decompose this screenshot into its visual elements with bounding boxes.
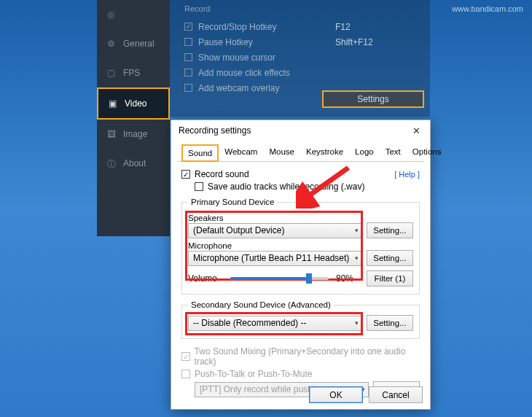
record-row-hotkey[interactable]: Record/Stop HotkeyF12 bbox=[170, 19, 430, 34]
checkbox-icon[interactable] bbox=[184, 84, 192, 92]
image-icon: 🖼 bbox=[107, 129, 117, 139]
save-tracks-checkbox[interactable] bbox=[195, 182, 203, 191]
filter-button[interactable]: Filter (1) bbox=[367, 270, 413, 287]
help-link[interactable]: [ Help ] bbox=[394, 170, 420, 179]
sidebar-item-general[interactable]: ⚙General bbox=[97, 29, 170, 58]
speakers-setting-button[interactable]: Setting... bbox=[367, 222, 413, 238]
sidebar-item-image[interactable]: 🖼Image bbox=[97, 120, 170, 149]
speakers-combo[interactable]: (Default Output Device)▾ bbox=[188, 223, 362, 238]
sidebar-item-fps[interactable]: ▢FPS bbox=[97, 58, 170, 87]
record-row-pause[interactable]: Pause HotkeyShift+F12 bbox=[170, 34, 430, 50]
dialog-tabs: Sound Webcam Mouse Keystroke Logo Text O… bbox=[177, 144, 424, 162]
svg-line-0 bbox=[303, 168, 348, 200]
sidebar-item-video[interactable]: ▣Video bbox=[97, 87, 170, 120]
tab-options[interactable]: Options bbox=[407, 144, 447, 161]
watermark: www.bandicam.com bbox=[452, 4, 523, 13]
sidebar-item-about[interactable]: ⓘAbout bbox=[97, 149, 170, 178]
chevron-down-icon: ▾ bbox=[355, 254, 359, 262]
tab-logo[interactable]: Logo bbox=[349, 144, 380, 161]
checkbox-icon[interactable] bbox=[184, 69, 192, 77]
mic-setting-button[interactable]: Setting... bbox=[367, 250, 413, 266]
primary-sound-fieldset: Primary Sound Device Speakers (Default O… bbox=[181, 198, 420, 295]
settings-sidebar: ◎ ⚙General ▢FPS ▣Video 🖼Image ⓘAbout bbox=[97, 0, 170, 236]
speakers-label: Speakers bbox=[188, 214, 413, 222]
dialog-title: Recording settings bbox=[179, 125, 251, 136]
video-settings-button[interactable]: Settings bbox=[322, 90, 424, 108]
gear-icon: ⚙ bbox=[107, 39, 117, 49]
close-icon[interactable]: ✕ bbox=[408, 125, 424, 136]
fps-icon: ▢ bbox=[107, 68, 117, 78]
secondary-combo[interactable]: -- Disable (Recommended) --▾ bbox=[188, 316, 362, 331]
secondary-sound-fieldset: Secondary Sound Device (Advanced) -- Dis… bbox=[181, 300, 420, 339]
volume-value: 80% bbox=[336, 273, 359, 284]
chevron-down-icon: ▾ bbox=[355, 319, 359, 327]
annotation-arrow-icon bbox=[296, 165, 354, 208]
record-sound-label: Record sound bbox=[195, 169, 249, 179]
checkbox-icon[interactable] bbox=[184, 38, 192, 46]
tab-text[interactable]: Text bbox=[380, 144, 407, 161]
ptt-label: Push-To-Talk or Push-To-Mute bbox=[195, 369, 312, 379]
chevron-down-icon: ▾ bbox=[355, 227, 359, 234]
record-sound-checkbox[interactable] bbox=[181, 170, 190, 179]
record-row-mouse-cursor[interactable]: Show mouse cursor bbox=[170, 50, 430, 65]
mic-label: Microphone bbox=[188, 241, 413, 250]
about-icon: ⓘ bbox=[107, 158, 117, 168]
two-sound-mixing-checkbox bbox=[181, 352, 190, 361]
dialog-titlebar: Recording settings ✕ bbox=[171, 120, 430, 141]
video-record-panel: Record Record/Stop HotkeyF12 Pause Hotke… bbox=[170, 0, 430, 117]
video-icon: ▣ bbox=[109, 98, 119, 109]
record-section-title: Record bbox=[170, 0, 430, 19]
checkbox-icon[interactable] bbox=[184, 53, 192, 61]
sidebar-item-target[interactable]: ◎ bbox=[97, 0, 170, 29]
cancel-button[interactable]: Cancel bbox=[369, 386, 423, 403]
record-row-click-effects[interactable]: Add mouse click effects bbox=[170, 65, 430, 80]
volume-slider[interactable] bbox=[230, 277, 329, 280]
dialog-buttons: OK Cancel bbox=[309, 386, 423, 403]
target-icon: ◎ bbox=[107, 9, 117, 20]
primary-legend: Primary Sound Device bbox=[188, 198, 277, 206]
recording-settings-dialog: Recording settings ✕ Sound Webcam Mouse … bbox=[171, 120, 431, 410]
tab-sound[interactable]: Sound bbox=[181, 144, 219, 162]
tab-webcam[interactable]: Webcam bbox=[219, 144, 263, 161]
volume-label: Volume bbox=[188, 273, 223, 284]
secondary-legend: Secondary Sound Device (Advanced) bbox=[188, 300, 334, 309]
two-sound-mixing-label: Two Sound Mixing (Primary+Secondary into… bbox=[195, 346, 420, 367]
ptt-checkbox bbox=[181, 370, 190, 378]
ok-button[interactable]: OK bbox=[309, 386, 363, 403]
secondary-setting-button[interactable]: Setting... bbox=[367, 315, 413, 331]
tab-mouse[interactable]: Mouse bbox=[263, 144, 300, 161]
checkbox-icon[interactable] bbox=[184, 23, 192, 31]
tab-keystroke[interactable]: Keystroke bbox=[300, 144, 349, 161]
mic-combo[interactable]: Microphone (Turtle Beach P11 Headset)▾ bbox=[188, 251, 362, 266]
